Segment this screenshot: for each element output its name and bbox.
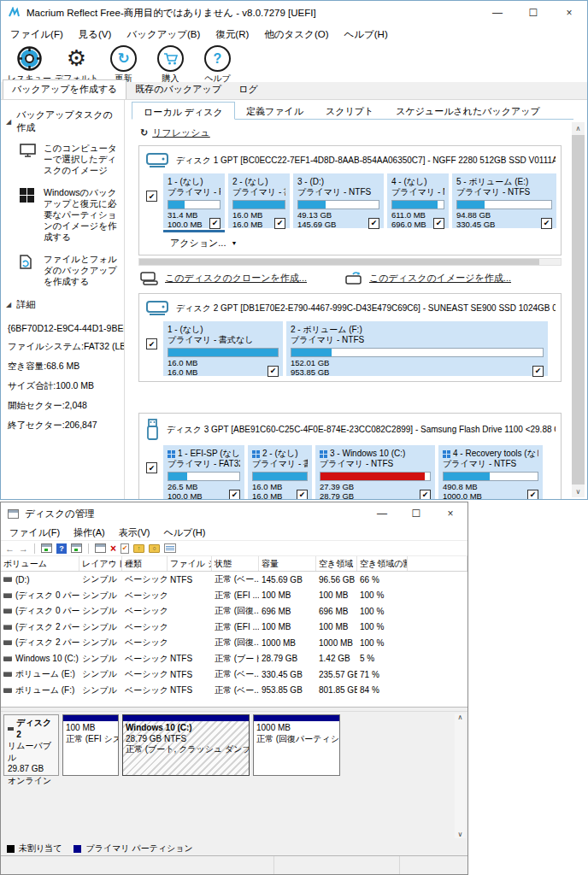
partition-card[interactable]: 2 - (なし) プライマリ - 書式なし 16.0 MB16.0 MB ✔ bbox=[228, 173, 290, 228]
tab-local-disks[interactable]: ローカル ディスク bbox=[132, 102, 235, 120]
table-row[interactable]: (ディスク 0 パーティシ... シンプル ベーシック 正常 (回復... 69… bbox=[1, 603, 467, 620]
column-header[interactable]: ファイル システム bbox=[168, 556, 212, 571]
scrollbar-thumb[interactable] bbox=[572, 135, 585, 484]
menu-item-help[interactable]: ヘルプ(H) bbox=[156, 526, 212, 540]
actions-dropdown-button[interactable]: アクション... ▼ bbox=[170, 237, 556, 250]
table-row[interactable]: (D:) シンプル ベーシック NTFS 正常 (ベー... 145.69 GB… bbox=[1, 572, 467, 588]
column-header[interactable]: ボリューム bbox=[1, 556, 79, 571]
disk-checkbox[interactable]: ✔ bbox=[146, 338, 157, 349]
partition-box-windows[interactable]: Windows 10 (C:) 28.79 GB NTFS 正常 (ブート, ク… bbox=[122, 714, 250, 776]
partition-checkbox[interactable]: ✔ bbox=[420, 490, 431, 499]
close-button[interactable]: × bbox=[433, 502, 467, 525]
partition-card[interactable]: 3 - (D:) プライマリ - NTFS 49.13 GB145.69 GB … bbox=[293, 173, 384, 228]
menu-item-action[interactable]: 操作(A) bbox=[67, 526, 112, 540]
menu-item-file[interactable]: ファイル(F) bbox=[3, 26, 71, 43]
disk-label-box[interactable]: ディスク 2 リムーバブル 29.87 GB オンライン bbox=[3, 714, 59, 776]
ribbon-tab-existing-backups[interactable]: 既存のバックアップ bbox=[126, 80, 230, 99]
menu-item-restore[interactable]: 復元(R) bbox=[208, 26, 256, 43]
partition-checkbox[interactable]: ✔ bbox=[527, 490, 538, 499]
column-header[interactable]: 容量 bbox=[259, 556, 316, 571]
clone-disk-action[interactable]: このディスクのクローンを作成... bbox=[140, 271, 307, 285]
partition-card[interactable]: 4 - Recovery tools (なし) プライマリ - NTFS 490… bbox=[438, 445, 543, 499]
partition-checkbox[interactable]: ✔ bbox=[433, 218, 444, 229]
menu-item-view[interactable]: 表示(V) bbox=[112, 526, 157, 540]
menu-item-help[interactable]: ヘルプ(H) bbox=[336, 26, 395, 43]
menu-item-backup[interactable]: バックアップ(B) bbox=[119, 26, 208, 43]
table-row[interactable]: ボリューム (F:) シンプル ベーシック NTFS 正常 (ベー... 953… bbox=[1, 683, 467, 699]
vertical-scrollbar[interactable]: ∧ ∨ bbox=[455, 714, 466, 838]
vertical-scrollbar[interactable]: ∧ ∨ bbox=[572, 122, 585, 497]
image-disk-action[interactable]: このディスクのイメージを作成... bbox=[344, 271, 511, 285]
delete-icon[interactable]: × bbox=[110, 543, 116, 555]
folder-search-icon[interactable]: ○ bbox=[149, 544, 160, 553]
table-row[interactable]: Windows 10 (C:) シンプル ベーシック NTFS 正常 (ブート.… bbox=[1, 651, 467, 667]
partition-card[interactable]: 2 - (なし) プライマリ - 書式なし 16.0 MB16.0 MB ✔ bbox=[248, 445, 312, 499]
minimize-button[interactable]: — bbox=[479, 1, 515, 25]
column-header[interactable]: レイアウト bbox=[79, 556, 122, 571]
partition-card[interactable]: 5 - ボリューム (E:) プライマリ - NTFS 94.88 GB330.… bbox=[452, 173, 556, 228]
ribbon-tab-log[interactable]: ログ bbox=[230, 80, 267, 99]
partition-card[interactable]: 1 - (なし) プライマリ - 書式なし 16.0 MB16.0 MB ✔ bbox=[163, 321, 283, 376]
partition-checkbox[interactable]: ✔ bbox=[229, 490, 240, 499]
disk-checkbox[interactable]: ✔ bbox=[146, 191, 157, 202]
help-icon[interactable]: ? bbox=[56, 543, 67, 554]
horizontal-scrollbar[interactable] bbox=[138, 258, 562, 266]
partition-card[interactable]: 1 - EFI-SP (なし) プライマリ - FAT32 (LBA) 26.5… bbox=[163, 445, 244, 499]
refresh-link[interactable]: リフレッシュ bbox=[152, 126, 210, 139]
partition-checkbox[interactable]: ✔ bbox=[541, 218, 552, 229]
tab-scripts[interactable]: スクリプト bbox=[315, 102, 385, 119]
menu-item-view[interactable]: 見る(V) bbox=[71, 26, 120, 43]
sidebar-item-image-selected-disks[interactable]: このコンピューターで選択したディスクのイメージ bbox=[20, 143, 121, 176]
help-button[interactable]: ? ヘルプ bbox=[194, 45, 241, 85]
partition-checkbox[interactable]: ✔ bbox=[274, 218, 285, 229]
menu-item-file[interactable]: ファイル(F) bbox=[3, 526, 67, 540]
context-menu-icon[interactable] bbox=[95, 543, 106, 553]
partition-card[interactable]: 3 - Windows 10 (C:) プライマリ - NTFS 27.39 G… bbox=[315, 445, 435, 499]
partition-checkbox[interactable]: ✔ bbox=[368, 218, 379, 229]
scroll-down-icon[interactable]: ∨ bbox=[458, 831, 463, 838]
maximize-button[interactable]: ☐ bbox=[515, 1, 551, 25]
back-icon[interactable]: ← bbox=[5, 543, 15, 554]
sidebar-section-details[interactable]: ◢ 詳細 bbox=[6, 298, 121, 311]
sidebar-section-backup-tasks[interactable]: ◢ バックアップタスクの作成 bbox=[6, 109, 121, 134]
partition-card[interactable]: 4 - (なし) プライマリ - NTFS 611.0 MB696.0 MB ✔ bbox=[387, 173, 449, 228]
purchase-button[interactable]: 購入 bbox=[147, 45, 194, 85]
tab-scheduled-backups[interactable]: スケジュールされたバックアップ bbox=[385, 102, 551, 119]
disk-checkbox[interactable]: ✔ bbox=[146, 462, 157, 473]
column-header[interactable]: 空き領域 bbox=[316, 556, 357, 571]
table-row[interactable]: (ディスク 2 パーティシ... シンプル ベーシック 正常 (回復... 10… bbox=[1, 635, 467, 651]
computer-view-icon[interactable] bbox=[41, 543, 52, 553]
sidebar-item-file-folder-backup[interactable]: ファイルとフォルダのバックアップを作成する bbox=[20, 254, 121, 287]
scroll-up-icon[interactable]: ∧ bbox=[576, 122, 581, 134]
column-header[interactable]: 状態 bbox=[212, 556, 259, 571]
maximize-button[interactable]: ☐ bbox=[399, 502, 433, 525]
partition-checkbox[interactable]: ✔ bbox=[209, 218, 220, 229]
partition-box-recovery[interactable]: 1000 MB 正常 (回復パーティション) bbox=[253, 714, 340, 776]
check-document-icon[interactable]: ✔ bbox=[121, 543, 129, 554]
table-row[interactable]: ボリューム (E:) シンプル ベーシック NTFS 正常 (ベー... 330… bbox=[1, 667, 467, 683]
forward-icon[interactable]: → bbox=[19, 543, 28, 554]
partition-box-efi[interactable]: 100 MB 正常 (EFI システム bbox=[62, 714, 119, 776]
table-row[interactable]: (ディスク 0 パーティシ... シンプル ベーシック 正常 (EFI ... … bbox=[1, 588, 467, 604]
partition-checkbox[interactable]: ✔ bbox=[268, 366, 279, 377]
menu-item-other-tasks[interactable]: 他のタスク(O) bbox=[256, 26, 336, 43]
sidebar-item-image-windows-partitions[interactable]: Windowsのバックアップと復元に必要なパーティションのイメージを作成する bbox=[20, 187, 121, 243]
scroll-down-icon[interactable]: ∨ bbox=[576, 485, 581, 497]
close-button[interactable]: × bbox=[551, 1, 587, 25]
table-row[interactable]: (ディスク 2 パーティシ... シンプル ベーシック 正常 (EFI ... … bbox=[1, 620, 467, 636]
ribbon-tab-create-backup[interactable]: バックアップを作成する bbox=[3, 79, 126, 99]
used-size: 31.4 MB bbox=[168, 211, 203, 220]
computer-view-icon[interactable] bbox=[71, 543, 82, 553]
properties-icon[interactable] bbox=[164, 543, 176, 553]
partition-card[interactable]: 1 - (なし) プライマリ - FAT32 (LE 31.4 MB100.0 … bbox=[163, 173, 225, 228]
scrollbar-thumb[interactable] bbox=[139, 259, 539, 265]
tab-definition-files[interactable]: 定義ファイル bbox=[235, 102, 315, 119]
folder-up-icon[interactable]: ↑ bbox=[133, 544, 144, 553]
minimize-button[interactable]: — bbox=[365, 502, 399, 525]
partition-card[interactable]: 2 - ボリューム (F:) プライマリ - NTFS 152.01 GB953… bbox=[286, 321, 548, 376]
partition-checkbox[interactable]: ✔ bbox=[532, 366, 544, 377]
column-header[interactable]: 種類 bbox=[122, 556, 168, 571]
partition-checkbox[interactable]: ✔ bbox=[297, 490, 308, 499]
column-header[interactable]: 空き領域の割... bbox=[357, 556, 408, 571]
scroll-up-icon[interactable]: ∧ bbox=[458, 714, 463, 721]
